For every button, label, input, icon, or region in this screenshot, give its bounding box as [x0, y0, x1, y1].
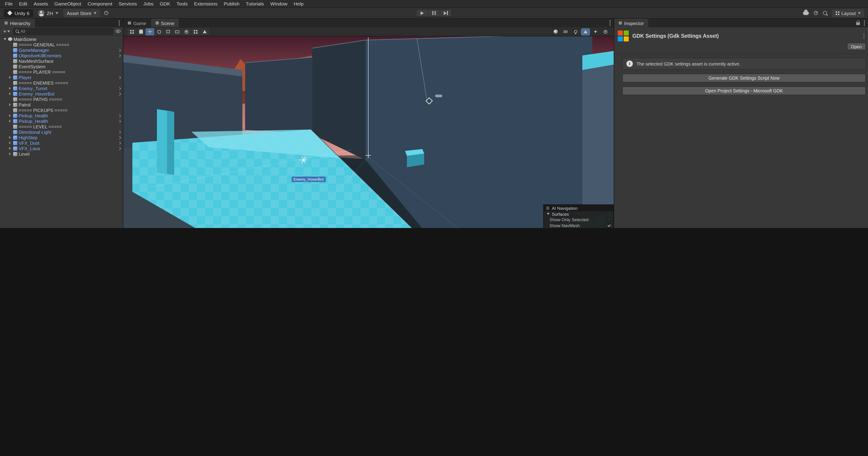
asset-store-button[interactable]: Asset Store	[63, 9, 100, 17]
prefab-open-chevron-icon[interactable]	[118, 114, 121, 117]
account-button[interactable]: ZH	[37, 9, 59, 17]
lock-icon[interactable]	[856, 22, 860, 25]
scene-viewport[interactable]: Enemy_HoverBot AI Navigation SurfacesSho…	[123, 36, 614, 228]
expand-arrow-icon[interactable]	[8, 75, 12, 80]
create-object-button[interactable]	[2, 28, 11, 34]
transform-tool-button[interactable]	[182, 28, 191, 35]
audio-toggle-button[interactable]	[581, 28, 590, 35]
expand-arrow-icon[interactable]	[8, 86, 12, 90]
rotate-tool-button[interactable]	[155, 28, 164, 35]
hierarchy-item-objectivekillenemies[interactable]: ObjectiveKillEnemies	[0, 53, 123, 58]
hierarchy-item-level[interactable]: Level	[0, 151, 123, 157]
prefab-open-chevron-icon[interactable]	[118, 87, 121, 90]
expand-arrow-icon[interactable]	[8, 92, 12, 96]
2d-toggle-button[interactable]: 2D	[561, 28, 570, 35]
checkbox-icon[interactable]	[607, 218, 611, 222]
scene-visibility-icon[interactable]	[116, 30, 121, 33]
expand-arrow-icon[interactable]	[8, 119, 12, 123]
prefab-open-chevron-icon[interactable]	[118, 136, 121, 139]
hierarchy-item-level[interactable]: ===== LEVEL =====	[0, 124, 123, 129]
expand-arrow-icon[interactable]	[8, 114, 12, 118]
nav-option-show-navmesh[interactable]: Show NavMesh	[544, 222, 613, 228]
play-button[interactable]	[416, 9, 428, 17]
tab-hierarchy[interactable]: Hierarchy	[0, 19, 35, 27]
custom-tool-button[interactable]	[200, 28, 209, 35]
hierarchy-item-player[interactable]: ===== PLAYER =====	[0, 69, 123, 74]
menu-item-gdk[interactable]: GDK	[156, 0, 173, 7]
tab-inspector[interactable]: Inspector	[614, 19, 648, 27]
menu-item-assets[interactable]: Assets	[30, 0, 51, 7]
checkbox-checked-icon[interactable]	[607, 223, 611, 227]
hierarchy-item-patrol[interactable]: Patrol	[0, 102, 123, 108]
expand-arrow-icon[interactable]	[8, 152, 12, 156]
hierarchy-item-general[interactable]: ===== GENERAL =====	[0, 42, 123, 47]
gizmos-menu-button[interactable]	[601, 28, 610, 35]
panel-menu-icon[interactable]	[119, 23, 120, 24]
search-icon[interactable]	[823, 11, 827, 15]
generate-script-button[interactable]: Generate GDK Settings Script Now	[622, 74, 866, 82]
hierarchy-item-paths[interactable]: ===== PATHS =====	[0, 96, 123, 102]
menu-item-file[interactable]: File	[2, 0, 16, 7]
prefab-open-chevron-icon[interactable]	[118, 119, 121, 123]
layout-dropdown[interactable]: Layout	[832, 9, 864, 17]
menu-item-publish[interactable]: Publish	[221, 0, 243, 7]
expand-arrow-icon[interactable]	[3, 37, 7, 41]
scale-tool-button[interactable]	[164, 28, 173, 35]
menu-item-services[interactable]: Services	[116, 0, 141, 7]
unity-version-badge[interactable]: Unity 6	[4, 9, 33, 17]
menu-item-component[interactable]: Component	[84, 0, 116, 7]
hierarchy-item-player[interactable]: Player	[0, 74, 123, 80]
selected-object-label[interactable]: Enemy_HoverBot	[291, 177, 326, 182]
menu-item-extensions[interactable]: Extensions	[191, 0, 221, 7]
menu-item-window[interactable]: Window	[267, 0, 290, 7]
expand-arrow-icon[interactable]	[8, 146, 12, 150]
expand-arrow-icon[interactable]	[8, 102, 12, 107]
prefab-open-chevron-icon[interactable]	[118, 147, 121, 150]
panel-menu-icon[interactable]	[864, 23, 865, 24]
nav-section-surfaces[interactable]: Surfaces	[544, 211, 613, 217]
prefab-open-chevron-icon[interactable]	[118, 49, 121, 52]
hierarchy-item-eventsystem[interactable]: EventSystem	[0, 64, 123, 69]
hierarchy-search-input[interactable]: All	[13, 28, 113, 34]
shaded-mode-button[interactable]	[551, 28, 560, 35]
hierarchy-item-navmeshsurface[interactable]: NavMeshSurface	[0, 58, 123, 64]
version-control-icon[interactable]	[104, 11, 108, 15]
panel-menu-icon[interactable]	[609, 23, 611, 24]
prefab-open-chevron-icon[interactable]	[118, 92, 121, 95]
prefab-open-chevron-icon[interactable]	[118, 54, 121, 57]
menu-item-jobs[interactable]: Jobs	[140, 0, 156, 7]
scene-row[interactable]: MainScene	[0, 36, 123, 42]
inspector-menu-icon[interactable]	[863, 35, 864, 37]
move-tool-button[interactable]	[146, 28, 155, 35]
hierarchy-item-highstep[interactable]: HighStep	[0, 135, 123, 140]
scene-canvas[interactable]	[123, 36, 614, 228]
hierarchy-item-enemy-hoverbot[interactable]: Enemy_HoverBot	[0, 91, 123, 96]
hierarchy-item-vfx-dust[interactable]: VFX_Dust	[0, 140, 123, 146]
menu-item-gameobject[interactable]: GameObject	[51, 0, 84, 7]
menu-item-help[interactable]: Help	[290, 0, 307, 7]
ai-navigation-overlay-titlebar[interactable]: AI Navigation	[544, 205, 613, 211]
open-project-settings-button[interactable]: Open Project Settings - Microsoft GDK	[622, 87, 866, 95]
prefab-open-chevron-icon[interactable]	[118, 76, 121, 79]
tab-game[interactable]: Game	[123, 19, 151, 27]
hierarchy-item-vfx-lava[interactable]: VFX_Lava	[0, 146, 123, 151]
expand-arrow-icon[interactable]	[8, 135, 12, 140]
effects-toggle-button[interactable]	[591, 28, 600, 35]
cloud-icon[interactable]	[803, 11, 809, 15]
hierarchy-item-pickups[interactable]: ===== PICKUPS =====	[0, 108, 123, 113]
nav-option-show-only-selected[interactable]: Show Only Selected	[544, 217, 613, 222]
step-button[interactable]	[440, 9, 452, 17]
hierarchy-item-enemies[interactable]: ===== ENEMIES =====	[0, 80, 123, 86]
open-button[interactable]: Open	[847, 43, 866, 50]
prefab-open-chevron-icon[interactable]	[118, 141, 121, 145]
view-tool-button[interactable]	[136, 28, 146, 35]
hierarchy-item-pickup-health[interactable]: Pickup_Health	[0, 118, 123, 124]
rect-tool-button[interactable]	[173, 28, 182, 35]
hierarchy-item-pickup-health[interactable]: Pickup_Health	[0, 113, 123, 118]
pause-button[interactable]	[428, 9, 440, 17]
menu-item-tutorials[interactable]: Tutorials	[243, 0, 267, 7]
history-icon[interactable]	[814, 11, 818, 15]
tool-settings-button[interactable]	[127, 28, 136, 35]
hierarchy-item-gamemanager[interactable]: GameManager	[0, 47, 123, 53]
hierarchy-item-directional-light[interactable]: Directional Light	[0, 129, 123, 135]
